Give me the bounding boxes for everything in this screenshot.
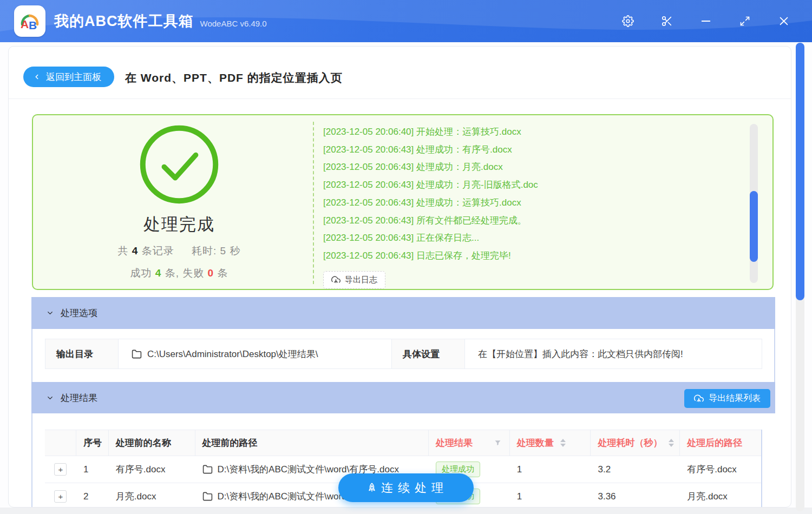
output-dir-value: C:\Users\Administrator\Desktop\处理结果\ [119,339,392,368]
options-content: 输出目录 C:\Users\Administrator\Desktop\处理结果… [31,329,775,382]
app-version: WodeABC v6.49.0 [200,19,267,28]
scissors-icon[interactable] [660,15,673,28]
output-file-name: 有序号.docx [680,456,761,483]
maximize-icon[interactable] [738,15,751,28]
log-list: [2023-12-05 20:06:40] 开始处理：运算技巧.docx[202… [323,123,746,265]
page-title: 在 Word、PPT、PDF 的指定位置插入页 [125,70,343,85]
file-name: 有序号.docx [109,456,195,483]
close-icon[interactable] [777,15,790,28]
stat-line-success-fail: 成功 4 条, 失败 0 条 [130,266,228,280]
chevron-down-icon [46,309,54,317]
sort-icon [669,439,674,447]
total-unit: 条记录 [142,245,174,256]
options-row: 输出目录 C:\Users\Administrator\Desktop\处理结果… [45,339,762,369]
column-header: 处理后的路径 [680,430,761,456]
minimize-icon[interactable] [699,15,712,28]
cloud-download-icon [694,394,704,404]
app-logo: A B [14,5,45,37]
log-scrollbar[interactable] [750,124,758,283]
process-seconds: 3.36 [591,483,680,508]
log-line: [2023-12-05 20:06:40] 开始处理：运算技巧.docx [323,123,746,141]
folder-icon [202,464,213,475]
output-dir-path: C:\Users\Administrator\Desktop\处理结果\ [147,348,318,360]
settings-label: 具体设置 [392,339,465,368]
log-line: [2023-12-05 20:06:43] 处理成功：有序号.docx [323,141,746,159]
section-header-results[interactable]: 处理结果 导出结果列表 [31,382,775,413]
table-header-row: 序号处理前的名称处理前的路径处理结果处理数量处理耗时（秒）处理后的路径 [45,430,761,456]
settings-value: 在【开始位置】插入此内容：此文档只供内部传阅! [465,339,762,368]
folder-icon [202,491,213,502]
filter-icon [494,439,502,447]
sort-icon [560,439,566,447]
column-header[interactable]: 处理耗时（秒） [591,430,680,456]
total-value: 4 [132,245,139,256]
cloud-download-icon [331,275,340,285]
output-dir-label: 输出目录 [45,339,119,368]
log-line: [2023-12-05 20:06:43] 处理成功：月亮.docx [323,159,746,176]
column-header[interactable]: 处理结果 [429,430,510,456]
chevron-down-icon [46,394,54,402]
folder-icon [132,349,142,359]
process-seconds: 3.2 [591,456,680,483]
app-title: 我的ABC软件工具箱 [54,11,194,31]
divider [9,98,791,99]
section-header-options[interactable]: 处理选项 [31,297,775,329]
column-header [45,430,76,456]
process-count: 1 [510,483,591,508]
svg-text:B: B [29,19,37,31]
continue-process-button[interactable]: 连续处理 [338,473,474,502]
file-name: 月亮.docx [109,483,195,508]
column-header: 处理前的名称 [109,430,195,456]
column-header: 序号 [76,430,109,456]
total-label: 共 [118,245,129,256]
log-line: [2023-12-05 20:06:43] 处理成功：月亮-旧版格式.doc [323,176,746,194]
continue-process-label: 连续处理 [381,480,448,496]
success-count: 4 [155,267,162,279]
chevron-left-icon [33,73,41,81]
log-line: [2023-12-05 20:06:43] 处理成功：运算技巧.docx [323,194,746,212]
stat-line-totals: 共 4 条记录 耗时: 5 秒 [118,244,241,258]
column-header: 处理前的路径 [195,430,429,456]
log-line: [2023-12-05 20:06:43] 所有文件都已经处理完成。 [323,212,746,230]
svg-text:A: A [21,18,29,30]
export-results-label: 导出结果列表 [709,393,761,404]
process-log: [2023-12-05 20:06:40] 开始处理：运算技巧.docx[202… [313,122,746,284]
fail-label: 失败 [182,267,204,279]
bottom-strip [0,508,812,514]
export-log-label: 导出日志 [345,275,377,285]
success-check-icon [138,123,220,206]
success-label: 成功 [130,267,152,279]
expand-row-button[interactable]: + [54,463,67,476]
column-header[interactable]: 处理数量 [510,430,591,456]
main-scrollbar-thumb[interactable] [796,43,804,300]
log-line: [2023-12-05 20:06:43] 日志已保存，处理完毕! [323,247,746,265]
fail-count: 0 [208,267,214,279]
log-line: [2023-12-05 20:06:43] 正在保存日志... [323,229,746,247]
app-logo-icon: A B [18,10,41,32]
titlebar: A B 我的ABC软件工具箱 WodeABC v6.49.0 [0,0,812,42]
row-index: 2 [76,483,109,508]
back-button-label: 返回到主面板 [46,71,101,83]
process-result-panel: 处理完成 共 4 条记录 耗时: 5 秒 成功 4 条, 失败 0 条 [202… [32,114,774,290]
settings-icon[interactable] [621,15,634,28]
elapsed-time: 耗时: 5 秒 [192,245,240,256]
export-log-button[interactable]: 导出日志 [323,271,385,289]
expand-row-button[interactable]: + [54,490,67,503]
success-unit: 条, [165,267,179,279]
main-scrollbar[interactable] [796,43,804,511]
log-scrollbar-thumb[interactable] [750,191,758,262]
main-panel: 返回到主面板 在 Word、PPT、PDF 的指定位置插入页 处理完成 共 4 … [8,46,791,508]
rocket-icon [366,482,378,494]
options-header-label: 处理选项 [61,307,97,319]
process-count: 1 [510,456,591,483]
export-results-button[interactable]: 导出结果列表 [684,389,770,408]
fail-unit: 条 [217,267,228,279]
status-title: 处理完成 [143,213,215,236]
result-summary: 处理完成 共 4 条记录 耗时: 5 秒 成功 4 条, 失败 0 条 [33,115,325,289]
row-index: 1 [76,456,109,483]
output-file-name: 月亮.docx [680,483,761,508]
results-header-label: 处理结果 [61,392,97,404]
back-to-dashboard-button[interactable]: 返回到主面板 [23,67,114,87]
